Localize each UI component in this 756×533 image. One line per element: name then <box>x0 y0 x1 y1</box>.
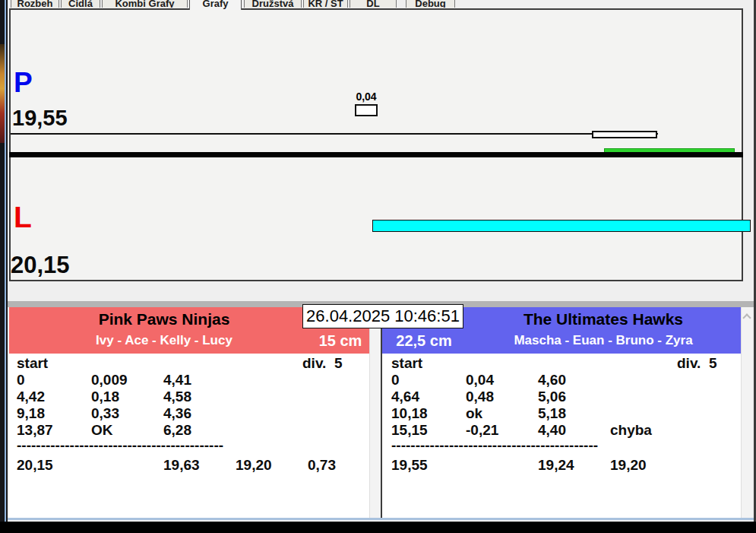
timestamp-box: 26.04.2025 10:46:51 <box>302 304 463 328</box>
lane-p-axis-line <box>11 133 658 135</box>
lane-l-cyan-bar <box>372 220 751 232</box>
table-row: 4,42 0,18 4,58 <box>9 389 369 405</box>
tab-cidla[interactable]: Čidlá <box>61 0 100 8</box>
cell: 0,18 <box>91 389 119 405</box>
cell: 4,36 <box>163 405 191 422</box>
cell: 6,28 <box>163 422 191 439</box>
team-panel-left: Pink Paws Ninjas Ivy - Ace - Kelly - Luc… <box>9 307 381 518</box>
cell: 4,64 <box>391 389 419 405</box>
table-separator: ----------------------------------------… <box>17 440 233 451</box>
cell: 4,42 <box>17 389 45 405</box>
cell: chyba <box>610 422 652 439</box>
table-row: 4,64 0,48 5,06 <box>384 389 741 405</box>
cell: 0,33 <box>91 405 119 422</box>
cell: ok <box>466 405 482 422</box>
lane-p-label: P <box>14 68 33 97</box>
lane-p-total-time: 19,55 <box>12 107 68 129</box>
lane-p-marker-value: 0,04 <box>351 90 381 103</box>
table-row: 13,87 OK 6,28 <box>9 422 369 439</box>
team-right-hurdle-height: 22,5 cm <box>390 332 458 350</box>
tab-dl[interactable]: DL <box>350 0 397 8</box>
table-row: 10,18 ok 5,18 <box>384 405 741 422</box>
table-start-label: start <box>391 355 422 372</box>
cell: 4,40 <box>538 422 566 439</box>
total-cell: 19,55 <box>391 457 428 474</box>
scrollbar-right-panel[interactable] <box>741 307 752 518</box>
table-separator: ----------------------------------------… <box>391 440 608 451</box>
team-panel-right: 22,5 cm The Ultimates Hawks Mascha - Eua… <box>381 307 751 518</box>
cell: 4,41 <box>163 372 191 389</box>
cell: 0,04 <box>466 372 494 389</box>
table-div-label: div. 5 <box>302 355 342 372</box>
cell: 5,06 <box>538 389 566 405</box>
cell: 0 <box>391 372 400 389</box>
tab-rozbeh[interactable]: Rozbeh <box>11 0 59 8</box>
app-window: Rozbeh Čidlá Kombi Grafy Grafy Družstvá … <box>8 0 756 522</box>
total-cell: 19,63 <box>163 457 200 474</box>
total-cell: 0,73 <box>308 457 336 474</box>
total-cell: 20,15 <box>17 457 53 474</box>
total-cell: 19,20 <box>610 457 647 474</box>
team-right-run-table: start div. 5 0 0,04 4,60 4,64 0,48 5,06 … <box>384 354 741 518</box>
table-row: 0 0,009 4,41 <box>9 372 369 389</box>
total-cell: 19,20 <box>236 457 272 474</box>
cell: -0,21 <box>466 422 498 439</box>
table-start-label: start <box>17 355 48 372</box>
tab-debug[interactable]: Debug <box>406 0 455 8</box>
team-right-members: Mascha - Euan - Bruno - Zyra <box>455 332 751 350</box>
lane-l-label: L <box>14 202 32 232</box>
graph-frame: P 19,55 0,04 L 20,15 <box>9 8 743 281</box>
team-left-name: Pink Paws Ninjas <box>9 309 319 330</box>
cell: OK <box>91 422 113 439</box>
desktop-edge-strip <box>0 0 8 522</box>
cell: 4,60 <box>538 372 566 389</box>
window-edge-highlight <box>5 0 6 522</box>
table-row: 0 0,04 4,60 <box>384 372 741 389</box>
lane-divider <box>9 152 743 157</box>
cell: 13,87 <box>17 422 53 439</box>
tab-kombi-grafy[interactable]: Kombi Grafy <box>102 0 188 8</box>
table-totals-row: 19,55 19,24 19,20 <box>384 457 741 474</box>
cell: 0,48 <box>466 389 494 405</box>
team-left-members: Ivy - Ace - Kelly - Lucy <box>9 332 319 350</box>
table-div-label: div. 5 <box>677 355 716 372</box>
lane-l-total-time: 20,15 <box>11 253 70 277</box>
tab-kr-st[interactable]: KR / ST <box>303 0 348 8</box>
cell: 4,58 <box>163 389 191 405</box>
cell: 9,18 <box>17 405 45 422</box>
scroll-up-icon[interactable] <box>742 313 751 322</box>
cell: 0 <box>17 372 25 389</box>
total-cell: 19,24 <box>538 457 574 474</box>
team-left-hurdle-height: 15 cm <box>312 332 369 350</box>
team-left-run-table: start div. 5 0 0,009 4,41 4,42 0,18 4,58… <box>9 354 369 518</box>
cell: 5,18 <box>538 405 566 422</box>
table-row: 9,18 0,33 4,36 <box>9 405 369 422</box>
tab-grafy[interactable]: Grafy <box>189 0 242 10</box>
table-row: 15,15 -0,21 4,40 chyba <box>384 422 741 439</box>
table-totals-row: 20,15 19,63 19,20 0,73 <box>9 457 369 474</box>
lane-p-white-bar <box>592 131 657 138</box>
cell: 0,009 <box>91 372 128 389</box>
tab-druzstva[interactable]: Družstvá <box>244 0 302 8</box>
scrollbar-left-panel[interactable] <box>369 307 381 518</box>
lane-p-marker-box <box>355 104 378 116</box>
team-right-name: The Ultimates Hawks <box>455 309 751 330</box>
cell: 10,18 <box>391 405 428 422</box>
cell: 15,15 <box>391 422 428 439</box>
window-bottom-border <box>8 518 754 520</box>
